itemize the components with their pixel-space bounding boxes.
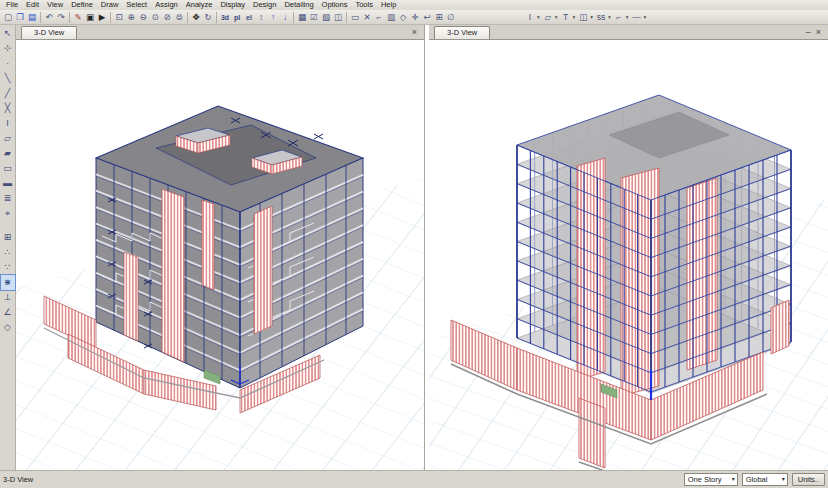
select-poly-icon[interactable]: ◇ [397, 11, 409, 24]
chevron-down-icon: ▾ [782, 473, 785, 486]
object-shrink-toggle-icon[interactable]: ↕ [255, 11, 267, 24]
run-analysis-icon[interactable]: ▶ [96, 11, 108, 24]
story-selector[interactable]: One Story▾ [684, 473, 738, 486]
dropdown-arrow-icon[interactable]: ▾ [626, 11, 629, 24]
menu-display[interactable]: Display [216, 0, 249, 10]
save-icon[interactable]: ▤ [26, 11, 38, 24]
left-3d-view-canvas[interactable] [16, 40, 424, 470]
select-line-icon[interactable]: ⌐ [373, 11, 385, 24]
undo-icon[interactable]: ↶ [43, 11, 55, 24]
menu-select[interactable]: Select [122, 0, 151, 10]
deselect-icon[interactable]: ✕ [361, 11, 373, 24]
draw-floor-icon[interactable]: ▱ [1, 131, 15, 146]
menu-file[interactable]: File [2, 0, 22, 10]
invert-selection-icon[interactable]: ✛ [409, 11, 421, 24]
draw-toolbar: ↖⊹∙╲╱╳I▱▰▭▬≣⌖⊞∴∵⋇⟂∠◇ [0, 25, 16, 470]
plan-view-icon[interactable]: pl [231, 11, 243, 24]
clear-selection-icon[interactable]: ∅ [445, 11, 457, 24]
angle-section-icon[interactable]: ⌐▾ [612, 11, 630, 24]
open-file-icon[interactable]: ❐ [14, 11, 26, 24]
menu-analyze[interactable]: Analyze [182, 0, 217, 10]
snap-to-intersections-icon[interactable]: ⋇ [1, 275, 15, 290]
dropdown-arrow-icon[interactable]: ▾ [537, 11, 540, 24]
wall-section-icon[interactable]: ▱▾ [541, 11, 559, 24]
full-view-icon[interactable]: ⊘ [161, 11, 173, 24]
default-views-icon[interactable]: ⊜ [173, 11, 185, 24]
select-area-icon[interactable]: ▥ [385, 11, 397, 24]
menu-assign[interactable]: Assign [151, 0, 182, 10]
pan-icon[interactable]: ✥ [190, 11, 202, 24]
menu-tools[interactable]: Tools [351, 0, 377, 10]
units-button[interactable]: Units.. [792, 473, 825, 486]
zoom-out-icon[interactable]: ⊖ [137, 11, 149, 24]
quick-draw-braces-icon[interactable]: ╳ [1, 101, 15, 116]
draw-wall-icon[interactable]: ▭ [1, 161, 15, 176]
select-rect-icon[interactable]: ▭ [349, 11, 361, 24]
tab-3d-view-right[interactable]: 3-D View [434, 26, 490, 39]
quick-draw-floor-icon[interactable]: ▰ [1, 146, 15, 161]
rubber-band-zoom-icon[interactable]: ⊡ [113, 11, 125, 24]
dropdown-arrow-icon[interactable]: ▾ [644, 11, 647, 24]
snap-fine-grid-icon[interactable]: ◇ [1, 320, 15, 335]
building-view-limits-icon[interactable]: ▦ [296, 11, 308, 24]
snap-to-joints-icon[interactable]: ∴ [1, 245, 15, 260]
close-window-icon[interactable]: × [816, 25, 821, 39]
snap-to-grid-icon[interactable]: ⊞ [1, 230, 15, 245]
frame-section-i-icon[interactable]: I▾ [523, 11, 541, 24]
set-display-options-icon[interactable]: ☑ [308, 11, 320, 24]
dropdown-arrow-icon[interactable]: ▾ [608, 11, 611, 24]
right-3d-view-canvas[interactable] [429, 40, 828, 470]
select-pointer-icon[interactable]: ↖ [1, 26, 15, 41]
draw-secondary-beams-icon[interactable]: I [1, 116, 15, 131]
draw-options-dropdown-icon[interactable]: ◫ [332, 11, 344, 24]
menu-options[interactable]: Options [318, 0, 352, 10]
new-model-icon[interactable]: ▢ [2, 11, 14, 24]
previous-zoom-icon[interactable]: ⊙ [149, 11, 161, 24]
zoom-in-icon[interactable]: ⊕ [125, 11, 137, 24]
draw-reference-point-icon[interactable]: ⌖ [1, 206, 15, 221]
dropdown-arrow-icon[interactable]: ▾ [573, 11, 576, 24]
menu-help[interactable]: Help [377, 0, 400, 10]
dropdown-arrow-icon[interactable]: ▾ [555, 11, 558, 24]
menu-view[interactable]: View [43, 0, 67, 10]
tee-section-icon[interactable]: T▾ [559, 11, 577, 24]
snap-perpendicular-icon[interactable]: ⟂ [1, 290, 15, 305]
quick-draw-frame-icon[interactable]: ╱ [1, 86, 15, 101]
lock-model-icon[interactable]: ▣ [84, 11, 96, 24]
close-window-icon[interactable]: × [412, 25, 417, 39]
story-up-icon[interactable]: ↑ [267, 11, 279, 24]
redo-icon[interactable]: ↷ [55, 11, 67, 24]
rotate-3d-view-icon[interactable]: ↻ [202, 11, 214, 24]
edit-icon[interactable]: ✎ [72, 11, 84, 24]
application-window: FileEditViewDefineDrawSelectAssignAnalyz… [0, 0, 828, 488]
previous-selection-icon[interactable]: ↩ [421, 11, 433, 24]
menu-draw[interactable]: Draw [97, 0, 123, 10]
draw-wall-stack-icon[interactable]: ≣ [1, 191, 15, 206]
reshape-object-icon[interactable]: ⊹ [1, 41, 15, 56]
menu-design[interactable]: Design [249, 0, 280, 10]
toolbar-separator [346, 12, 347, 23]
story-down-icon[interactable]: ↓ [279, 11, 291, 24]
quick-draw-wall-icon[interactable]: ▬ [1, 176, 15, 191]
elevation-view-icon[interactable]: el [243, 11, 255, 24]
column-section-icon[interactable]: ◫▾ [576, 11, 594, 24]
draw-frame-icon[interactable]: ╲ [1, 71, 15, 86]
dropdown-arrow-icon[interactable]: ▾ [590, 11, 593, 24]
3d-view-icon[interactable]: 3d [219, 11, 231, 24]
menu-detailing[interactable]: Detailing [280, 0, 317, 10]
coordinate-system-selector[interactable]: Global▾ [742, 473, 788, 486]
line-object-icon[interactable]: —▾ [630, 11, 648, 24]
draw-joint-icon[interactable]: ∙ [1, 56, 15, 71]
minimize-window-icon[interactable]: – [806, 25, 811, 39]
snap-to-lines-icon[interactable]: ∠ [1, 305, 15, 320]
tab-3d-view-left[interactable]: 3-D View [21, 26, 77, 39]
menu-bar: FileEditViewDefineDrawSelectAssignAnalyz… [0, 0, 828, 10]
select-all-icon[interactable]: ⊞ [433, 11, 445, 24]
menu-define[interactable]: Define [67, 0, 97, 10]
menu-edit[interactable]: Edit [22, 0, 43, 10]
strip-section-icon[interactable]: ss▾ [594, 11, 612, 24]
right-tab-strip: 3-D View –× [429, 25, 828, 40]
section-dropdown-group: I▾▱▾T▾◫▾ss▾⌐▾—▾ [523, 11, 647, 24]
snap-to-midpoints-icon[interactable]: ∵ [1, 260, 15, 275]
display-options-dropdown-icon[interactable]: ▧ [320, 11, 332, 24]
